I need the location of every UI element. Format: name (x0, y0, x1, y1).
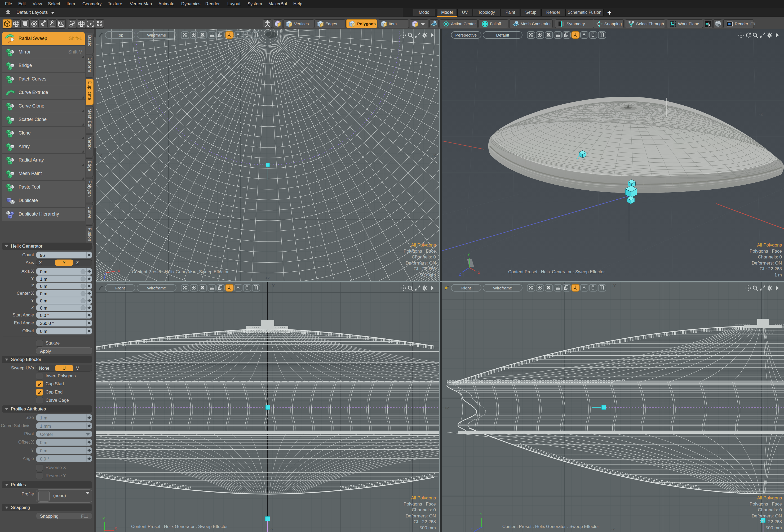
svg-text:-Z: -Z (759, 112, 763, 116)
svg-text:GL: 22,268: GL: 22,268 (760, 519, 782, 524)
svg-text:All Polygons: All Polygons (411, 242, 436, 247)
svg-text:500 mm: 500 mm (420, 272, 436, 277)
svg-text:+Z: +Z (265, 276, 270, 280)
svg-text:Z: Z (471, 528, 473, 532)
svg-text:Default: Default (496, 33, 509, 37)
svg-text:All Polygons: All Polygons (757, 242, 782, 247)
svg-text:Top: Top (117, 33, 123, 37)
svg-text:Wireframe: Wireframe (147, 33, 166, 37)
svg-text:Y: Y (103, 516, 105, 521)
svg-text:Z: Z (459, 272, 461, 276)
svg-text:Channels: 0: Channels: 0 (412, 255, 436, 260)
svg-text:-Y: -Y (611, 527, 615, 531)
svg-text:Deformers: ON: Deformers: ON (752, 261, 782, 266)
svg-text:Polygons : Face: Polygons : Face (403, 502, 436, 507)
svg-text:All Polygons: All Polygons (411, 496, 436, 501)
svg-text:Right: Right (461, 286, 471, 290)
svg-text:GL: 22,268: GL: 22,268 (414, 519, 436, 524)
svg-text:Polygons : Face: Polygons : Face (403, 249, 436, 254)
svg-text:Perspective: Perspective (455, 33, 477, 37)
svg-text:Content Preset : Helix Generat: Content Preset : Helix Generator : Sweep… (508, 269, 605, 274)
svg-text:Content Preset : Helix Generat: Content Preset : Helix Generator : Sweep… (502, 524, 599, 529)
svg-text:Content Preset : Helix Generat: Content Preset : Helix Generator : Sweep… (131, 524, 228, 529)
svg-text:Polygons : Face: Polygons : Face (750, 249, 782, 254)
svg-text:Channels: 0: Channels: 0 (412, 507, 436, 512)
svg-text:+Y: +Y (270, 283, 275, 288)
svg-text:-X: -X (98, 153, 102, 158)
svg-text:GL: 22,268: GL: 22,268 (760, 266, 782, 271)
svg-text:500 mm: 500 mm (420, 525, 436, 530)
svg-text:Deformers: ON: Deformers: ON (405, 261, 436, 266)
svg-text:X: X (478, 271, 480, 275)
svg-text:+X: +X (431, 153, 436, 158)
svg-text:-Y: -Y (270, 527, 274, 531)
svg-text:X: X (118, 269, 120, 273)
svg-text:Y: Y (480, 512, 482, 516)
svg-text:Y: Y (467, 252, 470, 256)
svg-text:GL: 22,268: GL: 22,268 (414, 266, 436, 271)
svg-text:Content Preset : Helix Generat: Content Preset : Helix Generator : Sweep… (132, 269, 229, 274)
svg-text:500 mm: 500 mm (766, 525, 782, 530)
svg-text:Wireframe: Wireframe (147, 286, 166, 290)
svg-text:Deformers: ON: Deformers: ON (405, 513, 436, 519)
svg-text:+Y: +Y (611, 283, 616, 288)
svg-text:X: X (114, 526, 117, 530)
svg-text:+Z: +Z (445, 406, 449, 410)
svg-text:Channels: 0: Channels: 0 (758, 507, 782, 512)
svg-text:Deformers: ON: Deformers: ON (752, 513, 782, 519)
svg-text:Front: Front (115, 286, 125, 290)
svg-text:1 m: 1 m (775, 272, 782, 277)
svg-text:Channels: 0: Channels: 0 (758, 255, 782, 260)
svg-text:All Polygons: All Polygons (757, 496, 782, 501)
svg-text:Wireframe: Wireframe (493, 286, 512, 290)
svg-text:Polygons : Face: Polygons : Face (750, 502, 782, 507)
